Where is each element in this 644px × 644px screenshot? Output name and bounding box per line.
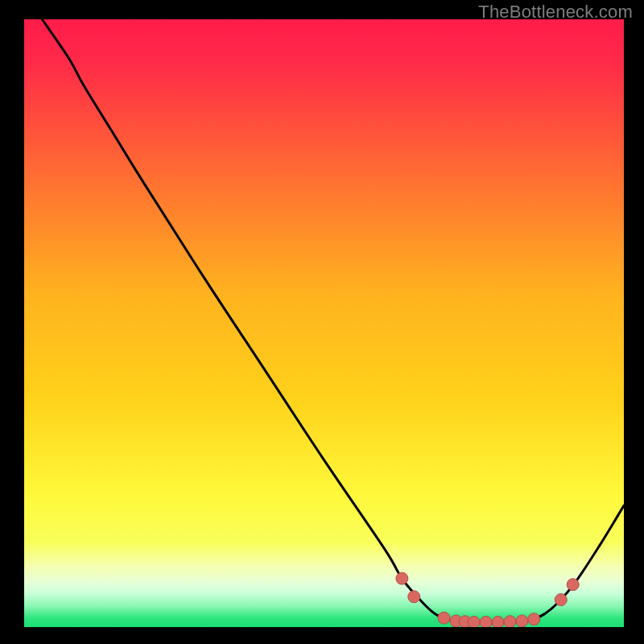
chart-plot — [24, 19, 624, 627]
data-marker — [480, 616, 492, 627]
data-marker — [516, 615, 528, 627]
watermark-text: TheBottleneck.com — [478, 2, 633, 23]
gradient-background — [24, 19, 624, 627]
data-marker — [567, 579, 579, 591]
data-marker — [528, 613, 540, 625]
data-marker — [408, 591, 420, 603]
chart-stage: TheBottleneck.com — [0, 0, 644, 644]
data-marker — [396, 572, 408, 584]
chart-svg — [24, 19, 624, 627]
data-marker — [504, 616, 516, 627]
data-marker — [555, 594, 567, 606]
data-marker — [468, 616, 480, 627]
data-marker — [438, 612, 450, 624]
data-marker — [492, 616, 504, 627]
